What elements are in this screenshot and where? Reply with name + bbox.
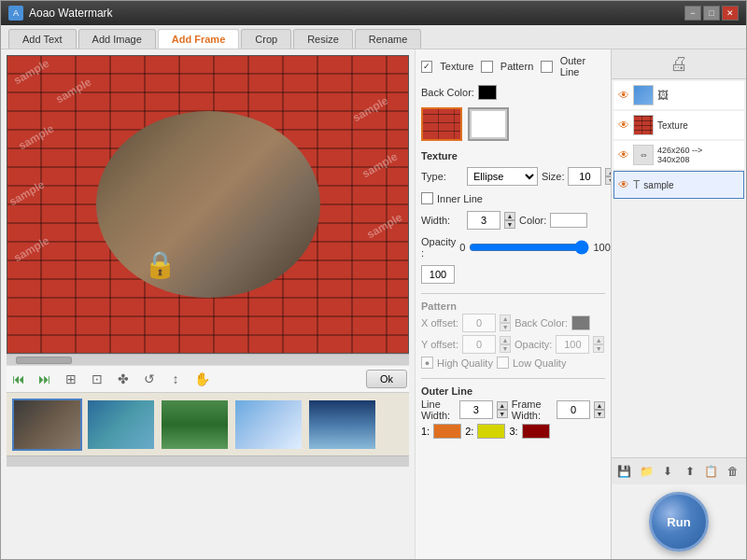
print-icon[interactable]: 🖨 <box>669 53 688 75</box>
layer-item-4[interactable]: 👁 T sample <box>613 171 744 199</box>
thumbnail-5[interactable] <box>307 399 377 451</box>
size-input[interactable] <box>568 167 601 186</box>
scrollbar-thumb-h[interactable] <box>16 357 72 364</box>
texture-label: Texture <box>440 61 473 72</box>
y-offset-spinner: ▲ ▼ <box>500 336 511 353</box>
pan-button[interactable]: ✋ <box>191 370 212 388</box>
color2-swatch[interactable] <box>477 424 505 439</box>
pattern-opacity-label: Opacity: <box>514 339 552 350</box>
maximize-button[interactable]: □ <box>703 6 720 21</box>
pattern-opacity-input[interactable] <box>556 335 589 354</box>
y-up[interactable]: ▲ <box>500 336 511 344</box>
width-down[interactable]: ▼ <box>504 220 515 229</box>
layer-save-button[interactable]: 💾 <box>615 462 633 481</box>
line-width-input[interactable] <box>459 400 493 419</box>
zoom-fit-button[interactable]: ⊞ <box>61 370 81 388</box>
layer-down-button[interactable]: ⬇ <box>659 462 677 481</box>
layer-folder-button[interactable]: 📁 <box>637 462 655 481</box>
prev-button[interactable]: ⏭ <box>35 370 55 388</box>
tab-add-text[interactable]: Add Text <box>8 29 77 49</box>
minimize-button[interactable]: − <box>684 6 701 21</box>
back-color-row: Back Color: <box>421 85 605 100</box>
preview-scrollbar-h[interactable] <box>7 354 409 365</box>
opacity-input[interactable] <box>421 265 455 284</box>
layer-item-3[interactable]: 👁 ⇔ 426x260 -->340x208 <box>613 141 744 169</box>
tab-resize[interactable]: Resize <box>293 29 353 49</box>
fw-down[interactable]: ▼ <box>594 410 605 418</box>
outer-line-label: Outer Line <box>560 55 605 77</box>
layer-eye-4[interactable]: 👁 <box>618 178 629 191</box>
layer-item-1[interactable]: 👁 🖼 <box>613 81 744 109</box>
pattern-checkbox[interactable] <box>481 61 492 73</box>
layer-up-button[interactable]: ⬆ <box>681 462 698 481</box>
layer-thumb-3: ⇔ <box>633 145 654 165</box>
width-spinner: ▲ ▼ <box>504 212 515 229</box>
lw-up[interactable]: ▲ <box>497 401 508 410</box>
ok-button[interactable]: Ok <box>366 370 407 388</box>
zoom-actual-button[interactable]: ⊡ <box>87 370 107 388</box>
po-down[interactable]: ▼ <box>593 344 604 353</box>
back-color-swatch[interactable] <box>478 85 497 100</box>
flip-button[interactable]: ↕ <box>165 370 186 388</box>
preview-image <box>96 111 320 298</box>
rotate-button[interactable]: ↺ <box>139 370 160 388</box>
run-button[interactable]: Run <box>649 492 709 552</box>
y-down[interactable]: ▼ <box>500 344 511 353</box>
low-quality-radio[interactable] <box>497 357 509 369</box>
thumbnail-2[interactable] <box>86 399 156 451</box>
fw-up[interactable]: ▲ <box>594 401 605 410</box>
first-button[interactable]: ⏮ <box>8 370 29 388</box>
x-down[interactable]: ▼ <box>500 323 511 331</box>
texture-preview-plain[interactable] <box>468 107 509 141</box>
tab-crop[interactable]: Crop <box>241 29 291 49</box>
pattern-back-color[interactable] <box>571 315 590 330</box>
preview-area: sample sample sample sample sample sampl… <box>7 55 409 354</box>
inner-line-checkbox[interactable] <box>421 192 433 204</box>
lw-down[interactable]: ▼ <box>497 410 508 418</box>
thumbnails-scrollbar[interactable] <box>7 455 409 467</box>
color3-swatch[interactable] <box>522 424 550 439</box>
opacity-max: 100 <box>593 242 610 253</box>
type-label: Type: <box>421 171 463 182</box>
thumb-img-4 <box>235 400 302 449</box>
layer-eye-2[interactable]: 👁 <box>618 119 629 132</box>
frame-width-input[interactable] <box>557 400 590 419</box>
title-bar: A Aoao Watermark − □ ✕ <box>1 1 746 25</box>
y-offset-input[interactable] <box>462 335 496 354</box>
back-color2-label: Back Color: <box>514 317 568 329</box>
thumbnail-1[interactable] <box>12 399 82 451</box>
thumb-img-1 <box>14 400 80 449</box>
tab-add-frame[interactable]: Add Frame <box>158 29 239 49</box>
high-quality-radio[interactable]: ● <box>421 357 433 369</box>
width-input[interactable] <box>467 211 500 230</box>
layers-panel: 🖨 👁 🖼 👁 Texture <box>611 49 746 559</box>
x-offset-input[interactable] <box>462 314 496 332</box>
outer-line-checkbox[interactable] <box>541 61 552 73</box>
opacity-slider[interactable] <box>469 241 589 254</box>
layer-item-2[interactable]: 👁 Texture <box>613 111 744 139</box>
x-up[interactable]: ▲ <box>500 315 511 323</box>
layer-eye-3[interactable]: 👁 <box>618 148 629 161</box>
tab-add-image[interactable]: Add Image <box>78 29 156 49</box>
layer-thumb-1 <box>633 85 654 105</box>
line-width-row: Line Width: ▲ ▼ Frame Width: ▲ ▼ <box>421 399 605 421</box>
thumbnail-3[interactable] <box>160 399 230 451</box>
tab-rename[interactable]: Rename <box>355 29 422 49</box>
texture-preview-brick[interactable] <box>421 107 462 141</box>
inner-color-swatch[interactable] <box>550 213 587 228</box>
plain-preview <box>470 109 507 139</box>
line-width-label: Line Width: <box>421 399 456 421</box>
type-select[interactable]: Ellipse Rectangle Diamond <box>467 167 538 186</box>
zoom-in-button[interactable]: ✤ <box>113 370 134 388</box>
layer-delete-button[interactable]: 🗑 <box>725 462 742 481</box>
layer-copy-button[interactable]: 📋 <box>702 462 720 481</box>
thumbnail-4[interactable] <box>233 399 303 451</box>
layer-eye-1[interactable]: 👁 <box>618 89 629 102</box>
window-controls: − □ ✕ <box>684 6 739 21</box>
texture-checkbox[interactable] <box>421 61 432 73</box>
color1-swatch[interactable] <box>433 424 461 439</box>
po-up[interactable]: ▲ <box>593 336 604 344</box>
close-button[interactable]: ✕ <box>722 6 739 21</box>
brick-preview <box>423 109 460 139</box>
width-up[interactable]: ▲ <box>504 212 515 220</box>
